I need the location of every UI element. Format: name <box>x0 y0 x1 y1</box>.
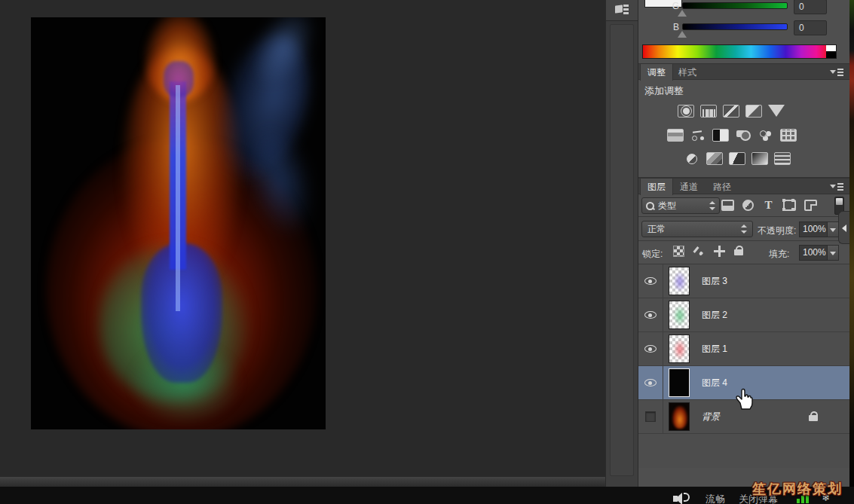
opacity-dropdown-button[interactable] <box>828 221 839 237</box>
fill-label: 填充: <box>769 248 789 261</box>
eye-icon <box>644 379 657 386</box>
hand-cursor <box>735 388 755 411</box>
panel-menu-icon[interactable] <box>830 69 843 76</box>
blue-channel-slider[interactable] <box>682 23 788 30</box>
tab-paths[interactable]: 路径 <box>706 179 738 195</box>
blue-channel-row: B 0 <box>638 22 849 37</box>
color-spectrum-ramp[interactable] <box>642 44 837 59</box>
visibility-cell[interactable] <box>638 298 663 331</box>
green-channel-slider[interactable] <box>682 2 788 9</box>
layer-row-2[interactable]: 图层 2 <box>638 298 849 332</box>
gradient-map-icon[interactable] <box>751 152 768 165</box>
opacity-label: 不透明度: <box>758 225 796 237</box>
curves-icon[interactable] <box>723 105 739 118</box>
layer-list: 图层 3 图层 2 图层 1 图层 4 <box>638 264 849 468</box>
video-edge-strip <box>849 0 854 504</box>
search-icon <box>646 202 654 210</box>
adjustment-icon-row-1 <box>678 105 785 118</box>
layer-thumbnail[interactable] <box>669 301 690 329</box>
guitar-strings <box>176 85 180 311</box>
posterize-icon[interactable] <box>706 152 723 165</box>
brightness-contrast-icon[interactable] <box>678 105 694 118</box>
dropdown-arrows-icon <box>740 225 747 234</box>
lock-row: 锁定: 填充: 100% <box>638 241 849 264</box>
opacity-value-field[interactable]: 100% <box>799 221 828 237</box>
layer-name[interactable]: 背景 <box>702 411 720 423</box>
layer-row-1[interactable]: 图层 1 <box>638 332 849 366</box>
filter-kind-icons: T <box>721 200 817 211</box>
filter-adjustment-layers-icon[interactable] <box>742 200 754 211</box>
lock-label: 锁定: <box>642 248 663 261</box>
adjustments-tabbar: 调整 样式 <box>638 63 849 80</box>
threshold-icon[interactable] <box>729 152 745 165</box>
exposure-icon[interactable] <box>745 105 762 118</box>
layer-thumbnail[interactable] <box>669 267 690 295</box>
layer-filter-type-dropdown[interactable]: 类型 <box>641 197 720 214</box>
add-adjustment-heading: 添加调整 <box>644 84 684 98</box>
dock-empty-track <box>610 24 634 476</box>
blend-mode-dropdown[interactable]: 正常 <box>641 221 753 237</box>
tab-channels[interactable]: 通道 <box>673 179 705 195</box>
panel-cube-icon <box>615 5 629 17</box>
watermark-text: 笙亿网络策划 <box>752 480 843 498</box>
layer-name[interactable]: 图层 2 <box>702 309 727 322</box>
visibility-checkbox-off[interactable] <box>645 411 656 422</box>
layer-row-3[interactable]: 图层 3 <box>638 264 849 298</box>
filter-shape-layers-icon[interactable] <box>783 200 796 211</box>
quality-button[interactable]: 流畅 <box>706 493 725 504</box>
blue-slider-handle[interactable] <box>678 31 687 38</box>
filter-smart-objects-icon[interactable] <box>804 200 817 211</box>
tab-styles[interactable]: 样式 <box>672 64 703 81</box>
layers-tabbar: 图层 通道 路径 <box>638 178 849 194</box>
lock-position-move-icon[interactable] <box>714 246 725 257</box>
background-lock-icon <box>809 411 818 421</box>
visibility-cell[interactable] <box>638 332 663 365</box>
levels-icon[interactable] <box>700 105 717 118</box>
window-bottom-edge <box>0 477 638 487</box>
green-value-field[interactable]: 0 <box>794 0 827 14</box>
visibility-cell[interactable] <box>638 400 663 433</box>
panel-collapse-tab[interactable] <box>838 211 849 244</box>
document-canvas[interactable] <box>31 17 326 429</box>
visibility-cell[interactable] <box>638 366 663 399</box>
color-panel: G 0 B 0 <box>638 0 849 63</box>
channel-mixer-icon[interactable] <box>758 129 774 142</box>
tab-adjustments[interactable]: 调整 <box>640 64 673 81</box>
lock-pixels-brush-icon[interactable] <box>693 246 705 257</box>
vibrance-icon[interactable] <box>768 105 785 118</box>
dock-panel-button[interactable] <box>606 0 638 21</box>
fill-dropdown-button[interactable] <box>828 245 839 261</box>
selective-color-icon[interactable] <box>774 152 791 165</box>
blue-value-field[interactable]: 0 <box>794 20 827 35</box>
eye-icon <box>644 311 657 319</box>
lock-all-icon[interactable] <box>734 246 743 255</box>
adjustment-icon-row-2 <box>667 129 797 142</box>
blend-mode-value: 正常 <box>647 223 666 236</box>
eye-icon <box>644 277 657 285</box>
fill-value-field[interactable]: 100% <box>799 245 828 261</box>
layer-thumbnail[interactable] <box>669 334 690 363</box>
color-balance-icon[interactable] <box>690 129 706 142</box>
lock-transparency-icon[interactable] <box>673 246 684 257</box>
photo-filter-icon[interactable] <box>735 129 751 142</box>
panel-menu-icon[interactable] <box>830 183 843 191</box>
green-slider-handle[interactable] <box>678 10 687 17</box>
video-player-bar: 流畅 关闭弹幕 ❄ <box>0 487 854 504</box>
collapsed-panel-dock[interactable] <box>605 0 638 487</box>
layer-thumbnail-active[interactable] <box>669 368 690 397</box>
tab-layers[interactable]: 图层 <box>640 179 673 195</box>
layer-name[interactable]: 图层 1 <box>702 343 727 356</box>
layer-thumbnail[interactable] <box>669 402 690 431</box>
invert-icon[interactable] <box>684 152 700 165</box>
filter-pixel-layers-icon[interactable] <box>721 200 734 211</box>
black-swatch[interactable] <box>826 51 836 58</box>
layer-name[interactable]: 图层 3 <box>702 275 727 288</box>
canvas-area[interactable] <box>0 0 605 487</box>
blend-mode-row: 正常 不透明度: 100% <box>638 217 849 241</box>
hue-saturation-icon[interactable] <box>667 129 684 142</box>
filter-type-layers-icon[interactable]: T <box>762 200 775 211</box>
visibility-cell[interactable] <box>638 264 663 298</box>
black-white-icon[interactable] <box>712 129 729 142</box>
color-lookup-icon[interactable] <box>780 129 797 142</box>
layer-name[interactable]: 图层 4 <box>702 377 727 389</box>
